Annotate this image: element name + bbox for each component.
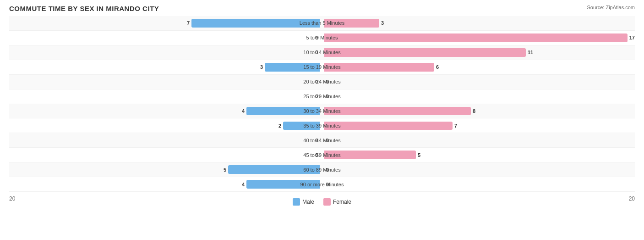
female-value: 17	[629, 35, 635, 40]
left-section: 2	[9, 118, 322, 133]
legend-label-female: Female	[333, 199, 351, 205]
male-value: 0	[315, 35, 318, 40]
bar-row: 490 or more Minutes0	[9, 177, 635, 192]
male-value: 0	[315, 152, 318, 158]
male-value: 4	[242, 182, 245, 187]
female-bar	[324, 33, 628, 42]
chart-container: COMMUTE TIME BY SEX IN MIRANDO CITY Sour…	[0, 0, 644, 240]
right-section: 6	[322, 60, 635, 74]
female-value: 8	[473, 108, 475, 114]
left-section: 0	[9, 89, 322, 104]
male-value: 4	[242, 108, 245, 114]
source-label: Source: ZipAtlas.com	[587, 5, 635, 10]
male-bar	[283, 122, 320, 130]
male-value: 3	[260, 64, 263, 70]
bar-row: 05 to 9 Minutes17	[9, 31, 635, 45]
bar-row: 560 to 89 Minutes0	[9, 162, 635, 177]
right-section: 0	[322, 75, 635, 89]
right-section: 17	[322, 31, 635, 45]
legend-box-male	[293, 198, 300, 206]
left-section: 4	[9, 104, 322, 118]
female-value: 0	[326, 94, 329, 99]
male-value: 5	[224, 167, 226, 173]
left-section: 0	[9, 75, 322, 89]
x-axis: 20 Male Female 20	[9, 192, 635, 206]
left-section: 4	[9, 177, 322, 191]
male-value: 7	[187, 20, 190, 26]
legend-item-male: Male	[293, 198, 314, 206]
x-label-left: 20	[9, 195, 15, 202]
male-value: 2	[278, 123, 281, 128]
bar-row: 020 to 24 Minutes0	[9, 75, 635, 89]
male-value: 0	[315, 79, 318, 84]
right-section: 0	[322, 177, 635, 191]
male-value: 0	[315, 94, 318, 99]
right-section: 0	[322, 133, 635, 147]
female-value: 11	[528, 50, 533, 55]
left-section: 3	[9, 60, 322, 74]
chart-title: COMMUTE TIME BY SEX IN MIRANDO CITY	[9, 5, 635, 12]
bar-row: 7Less than 5 Minutes3	[9, 16, 635, 31]
female-bar	[324, 122, 453, 130]
female-value: 6	[436, 64, 439, 70]
right-section: 3	[322, 16, 635, 30]
male-bar	[265, 63, 320, 72]
left-section: 0	[9, 148, 322, 162]
female-value: 3	[381, 20, 384, 26]
female-value: 0	[326, 167, 329, 173]
female-bar	[324, 151, 416, 159]
rows-container: 7Less than 5 Minutes305 to 9 Minutes1701…	[9, 16, 635, 192]
bar-row: 040 to 44 Minutes0	[9, 133, 635, 148]
right-section: 7	[322, 118, 635, 133]
left-section: 0	[9, 45, 322, 60]
legend-label-male: Male	[302, 199, 314, 205]
bar-row: 235 to 39 Minutes7	[9, 118, 635, 133]
bar-row: 025 to 29 Minutes0	[9, 89, 635, 104]
right-section: 0	[322, 162, 635, 177]
left-section: 5	[9, 162, 322, 177]
legend-box-female	[323, 198, 331, 206]
bar-row: 010 to 14 Minutes11	[9, 45, 635, 60]
legend: Male Female	[293, 198, 351, 206]
female-bar	[324, 107, 471, 116]
bar-row: 315 to 19 Minutes6	[9, 60, 635, 75]
male-bar	[246, 180, 320, 189]
female-value: 5	[418, 152, 420, 158]
male-value: 0	[315, 138, 318, 143]
legend-item-female: Female	[323, 198, 351, 206]
female-value: 0	[326, 138, 329, 143]
chart-area: 7Less than 5 Minutes305 to 9 Minutes1701…	[9, 16, 635, 206]
female-value: 0	[326, 79, 329, 84]
bar-row: 430 to 34 Minutes8	[9, 104, 635, 119]
female-bar	[324, 63, 434, 72]
female-bar	[324, 48, 526, 57]
female-value: 7	[454, 123, 457, 128]
male-value: 0	[315, 50, 318, 55]
right-section: 8	[322, 104, 635, 118]
male-bar	[191, 19, 320, 28]
x-label-right: 20	[629, 195, 635, 202]
male-bar	[246, 107, 320, 116]
left-section: 0	[9, 31, 322, 45]
left-section: 0	[9, 133, 322, 147]
right-section: 0	[322, 89, 635, 104]
female-value: 0	[326, 182, 329, 187]
right-section: 11	[322, 45, 635, 60]
bar-row: 045 to 59 Minutes5	[9, 148, 635, 162]
left-section: 7	[9, 16, 322, 30]
male-bar	[228, 165, 320, 174]
female-bar	[324, 19, 379, 28]
right-section: 5	[322, 148, 635, 162]
